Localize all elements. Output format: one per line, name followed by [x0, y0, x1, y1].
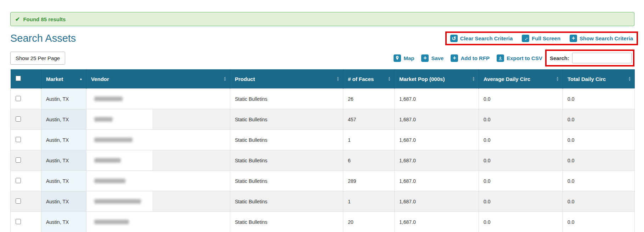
column-label-faces: # of Faces: [348, 76, 374, 82]
cell-total_daily_circ: 0.0: [563, 109, 635, 130]
column-header-vendor[interactable]: Vendor▲▼: [86, 69, 230, 89]
row-checkbox[interactable]: [16, 219, 21, 224]
cell-vendor: [86, 171, 230, 191]
table-row: Austin, TXStatic Bulletins261,687.00.00.…: [11, 89, 635, 109]
add-to-rfp-label: Add to RFP: [461, 55, 490, 61]
column-header-total_daily_circ[interactable]: Total Daily Circ▲▼: [563, 69, 635, 89]
export-csv-icon: [497, 54, 504, 62]
cell-faces: 6: [343, 150, 395, 171]
row-checkbox[interactable]: [16, 137, 21, 142]
cell-avg_daily_circ: 0.0: [479, 130, 563, 150]
vendor-redacted-block: [86, 130, 152, 150]
cell-product: Static Bulletins: [230, 89, 343, 109]
cell-avg_daily_circ: 0.0: [479, 109, 563, 130]
cell-faces: 1: [343, 191, 395, 212]
page-header-row: Search Assets ↺ Clear Search Criteria ↔ …: [10, 30, 634, 46]
row-checkbox-cell: [11, 89, 41, 109]
vendor-redacted-block: [86, 212, 152, 232]
undo-icon: ↺: [450, 35, 458, 42]
cell-product: Static Bulletins: [230, 212, 343, 232]
sort-both-icon: ▲▼: [334, 76, 339, 81]
vendor-blur-blob: [94, 220, 129, 224]
cell-total_daily_circ: 0.0: [563, 212, 635, 232]
cell-market_pop: 1,687.0: [395, 171, 479, 191]
vendor-blur-blob: [94, 117, 113, 122]
vendor-redacted-block: [86, 89, 152, 109]
page-title: Search Assets: [10, 33, 76, 44]
add-to-rfp-button[interactable]: + Add to RFP: [451, 54, 490, 62]
cell-faces: 457: [343, 109, 395, 130]
column-header-avg_daily_circ[interactable]: Average Daily Circ▲▼: [479, 69, 563, 89]
row-checkbox[interactable]: [16, 198, 21, 204]
map-button[interactable]: Map: [394, 54, 414, 62]
column-label-product: Product: [235, 76, 255, 82]
search-label: Search:: [550, 55, 569, 61]
page-size-select[interactable]: Show 25 Per Page: [10, 52, 65, 65]
row-checkbox[interactable]: [16, 96, 21, 101]
check-icon: ✔: [15, 16, 20, 23]
cell-faces: 1: [343, 130, 395, 150]
criteria-links-annotation-box: ↺ Clear Search Criteria ↔ Full Screen + …: [445, 31, 638, 45]
column-header-faces[interactable]: # of Faces▲▼: [343, 69, 395, 89]
table-header-row: Market▲Vendor▲▼Product▲▼# of Faces▲▼Mark…: [11, 69, 635, 89]
search-assets-page: ✔ Found 85 results Search Assets ↺ Clear…: [0, 0, 644, 232]
save-button[interactable]: + Save: [421, 54, 444, 62]
cell-faces: 289: [343, 171, 395, 191]
plus-icon: +: [421, 54, 429, 62]
sort-both-icon: ▲▼: [470, 76, 475, 81]
cell-total_daily_circ: 0.0: [563, 171, 635, 191]
show-search-criteria-link[interactable]: + Show Search Criteria: [570, 35, 633, 42]
table-row: Austin, TXStatic Bulletins11,687.00.00.0: [11, 191, 635, 212]
cell-total_daily_circ: 0.0: [563, 191, 635, 212]
column-header-market_pop[interactable]: Market Pop (000s)▲▼: [395, 69, 479, 89]
full-screen-link[interactable]: ↔ Full Screen: [522, 35, 560, 42]
table-row: Austin, TXStatic Bulletins2891,687.00.00…: [11, 171, 635, 191]
plus-icon: +: [451, 54, 458, 62]
cell-market: Austin, TX: [41, 109, 86, 130]
table-toolbar-row: Show 25 Per Page Map + Save + Add to RFP: [10, 50, 634, 66]
column-label-market_pop: Market Pop (000s): [399, 76, 445, 82]
cell-avg_daily_circ: 0.0: [479, 171, 563, 191]
cell-market: Austin, TX: [41, 171, 86, 191]
select-all-header-cell: [11, 69, 41, 89]
cell-market_pop: 1,687.0: [395, 191, 479, 212]
row-checkbox[interactable]: [16, 178, 21, 183]
cell-vendor: [86, 212, 230, 232]
vendor-blur-blob: [94, 158, 121, 163]
cell-market: Austin, TX: [41, 89, 86, 109]
search-annotation-box: Search:: [545, 50, 634, 66]
clear-search-criteria-link[interactable]: ↺ Clear Search Criteria: [450, 35, 513, 42]
vendor-redacted-block: [86, 171, 152, 191]
search-input[interactable]: [572, 53, 632, 63]
vendor-blur-blob: [94, 97, 123, 101]
table-actions: Map + Save + Add to RFP Export to CSV: [394, 54, 542, 62]
cell-avg_daily_circ: 0.0: [479, 191, 563, 212]
column-header-product[interactable]: Product▲▼: [230, 69, 343, 89]
cell-product: Static Bulletins: [230, 130, 343, 150]
export-to-csv-button[interactable]: Export to CSV: [497, 54, 542, 62]
row-checkbox[interactable]: [16, 116, 21, 122]
row-checkbox-cell: [11, 171, 41, 191]
row-checkbox[interactable]: [16, 157, 21, 163]
table-row: Austin, TXStatic Bulletins201,687.00.00.…: [11, 212, 635, 232]
cell-market_pop: 1,687.0: [395, 150, 479, 171]
export-to-csv-label: Export to CSV: [507, 55, 542, 61]
clear-search-criteria-label: Clear Search Criteria: [460, 35, 513, 41]
map-label: Map: [403, 55, 414, 61]
cell-total_daily_circ: 0.0: [563, 89, 635, 109]
cell-market_pop: 1,687.0: [395, 130, 479, 150]
sort-ascending-icon: ▲: [77, 78, 83, 80]
select-all-checkbox[interactable]: [16, 76, 21, 81]
full-screen-label: Full Screen: [532, 35, 560, 41]
column-header-market[interactable]: Market▲: [41, 69, 86, 89]
map-pin-icon: [394, 54, 401, 62]
cell-market: Austin, TX: [41, 130, 86, 150]
row-checkbox-cell: [11, 109, 41, 130]
cell-faces: 20: [343, 212, 395, 232]
results-alert-text: Found 85 results: [23, 16, 66, 22]
vendor-redacted-block: [86, 150, 152, 170]
column-label-avg_daily_circ: Average Daily Circ: [484, 76, 530, 82]
cell-market_pop: 1,687.0: [395, 109, 479, 130]
cell-product: Static Bulletins: [230, 150, 343, 171]
cell-market: Austin, TX: [41, 212, 86, 232]
